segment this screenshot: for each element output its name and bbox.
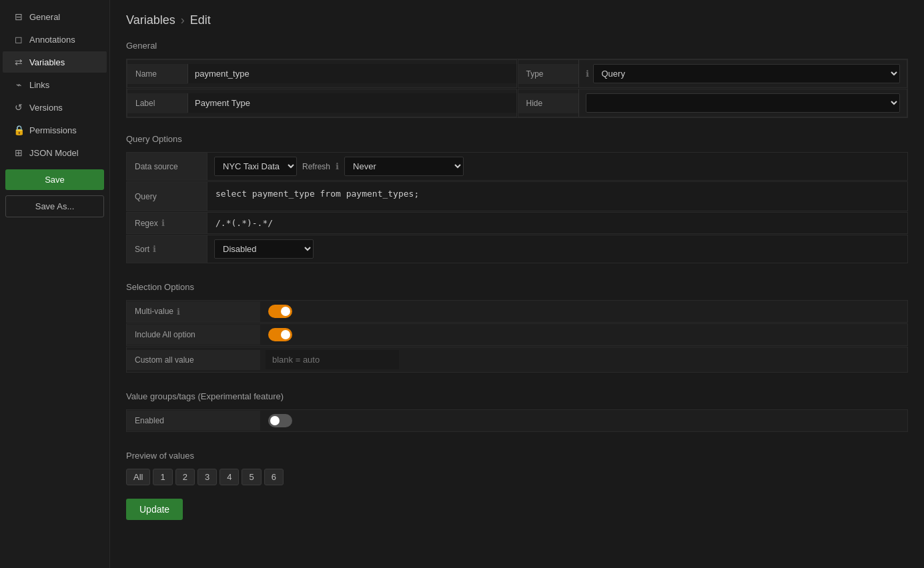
label-label: Label (127, 93, 187, 113)
type-label: Type (518, 64, 578, 84)
multi-value-label: Multi-value ℹ (127, 301, 260, 322)
value-groups-section: Value groups/tags (Experimental feature)… (126, 391, 908, 432)
sidebar-item-label: Versions (29, 103, 63, 113)
preview-badge[interactable]: 2 (175, 469, 195, 485)
variables-icon: ⇄ (13, 57, 24, 67)
datasource-label: Data source (127, 153, 207, 180)
general-section: General Name Type ℹ Query Custom Constan… (126, 41, 908, 118)
preview-badge[interactable]: 5 (242, 469, 261, 485)
links-icon: ⌁ (13, 79, 24, 90)
query-textarea[interactable]: select payment_type from payment_types; (207, 182, 907, 209)
enabled-toggle-wrap[interactable] (260, 410, 300, 431)
multi-value-row: Multi-value ℹ (126, 300, 908, 323)
query-row: Query select payment_type from payment_t… (126, 181, 908, 211)
include-all-toggle-wrap[interactable] (260, 324, 300, 345)
enabled-row: Enabled (126, 409, 908, 432)
refresh-info-icon: ℹ (336, 161, 339, 171)
breadcrumb: Variables › Edit (126, 13, 908, 27)
sort-label: Sort ℹ (127, 235, 207, 263)
refresh-label: Refresh (302, 162, 330, 171)
custom-all-label: Custom all value (127, 350, 260, 370)
include-all-row: Include All option (126, 323, 908, 346)
query-options-title: Query Options (126, 134, 908, 144)
sidebar-item-variables[interactable]: ⇄ Variables (3, 51, 107, 73)
sidebar-item-versions[interactable]: ↺ Versions (3, 97, 107, 118)
name-label: Name (127, 64, 187, 84)
sidebar-item-label: Variables (29, 57, 65, 67)
sidebar-item-label: General (29, 12, 60, 22)
preview-title: Preview of values (126, 451, 908, 461)
preview-badge[interactable]: 6 (264, 469, 284, 485)
update-button[interactable]: Update (126, 499, 183, 520)
regex-info-icon: ℹ (161, 218, 165, 228)
custom-all-input[interactable] (266, 350, 399, 369)
include-all-label: Include All option (127, 325, 260, 345)
general-icon: ⊟ (13, 11, 24, 22)
sidebar-item-label: Links (29, 80, 49, 90)
sidebar-item-label: Permissions (29, 125, 77, 135)
breadcrumb-separator: › (181, 13, 185, 27)
enabled-toggle[interactable] (268, 414, 292, 427)
regex-input[interactable] (207, 213, 907, 233)
multi-value-toggle-wrap[interactable] (260, 301, 300, 322)
regex-row: Regex ℹ (126, 212, 908, 234)
preview-badge[interactable]: 3 (197, 469, 217, 485)
sidebar-item-json-model[interactable]: ⊞ JSON Model (3, 142, 107, 163)
type-row: Type ℹ Query Custom Constant (518, 59, 908, 88)
sidebar-item-annotations[interactable]: ◻ Annotations (3, 29, 107, 50)
type-select[interactable]: Query Custom Constant (593, 64, 901, 83)
preview-badges: All123456 (126, 469, 908, 485)
selection-options-title: Selection Options (126, 282, 908, 292)
sidebar-item-label: Annotations (29, 35, 75, 45)
save-as-button[interactable]: Save As... (5, 195, 104, 217)
enabled-label: Enabled (127, 411, 260, 431)
selection-options-section: Selection Options Multi-value ℹ Include … (126, 282, 908, 373)
include-all-toggle[interactable] (268, 328, 292, 341)
versions-icon: ↺ (13, 102, 24, 113)
sidebar: ⊟ General ◻ Annotations ⇄ Variables ⌁ Li… (0, 0, 110, 568)
save-button[interactable]: Save (5, 169, 104, 190)
refresh-select[interactable]: Never On Dashboard Load On Time Range Ch… (344, 157, 464, 176)
breadcrumb-root[interactable]: Variables (126, 13, 175, 27)
preview-section: Preview of values All123456 (126, 451, 908, 485)
preview-badge[interactable]: All (126, 469, 150, 485)
datasource-row: Data source NYC Taxi Data Prometheus Ref… (126, 152, 908, 181)
preview-badge[interactable]: 4 (219, 469, 239, 485)
multi-value-info-icon: ℹ (177, 307, 180, 317)
annotations-icon: ◻ (13, 34, 24, 45)
name-row: Name (127, 59, 517, 88)
sort-select[interactable]: Disabled Alphabetical (asc) Alphabetical… (214, 239, 314, 259)
value-groups-title: Value groups/tags (Experimental feature) (126, 391, 908, 401)
hide-select[interactable]: Label Variable (586, 93, 901, 113)
general-section-title: General (126, 41, 908, 51)
breadcrumb-current: Edit (190, 13, 211, 27)
sidebar-item-label: JSON Model (29, 148, 79, 158)
sort-row: Sort ℹ Disabled Alphabetical (asc) Alpha… (126, 235, 908, 263)
name-input[interactable] (187, 64, 516, 83)
custom-all-row: Custom all value (126, 347, 908, 373)
type-info-icon: ℹ (586, 69, 589, 79)
hide-row: Hide Label Variable (518, 89, 908, 117)
preview-badge[interactable]: 1 (153, 469, 172, 485)
sidebar-item-permissions[interactable]: 🔒 Permissions (3, 119, 107, 141)
sort-info-icon: ℹ (153, 244, 156, 254)
regex-label: Regex ℹ (127, 213, 207, 233)
json-model-icon: ⊞ (13, 147, 24, 158)
multi-value-toggle[interactable] (268, 305, 292, 318)
sidebar-item-links[interactable]: ⌁ Links (3, 74, 107, 95)
hide-label: Hide (518, 93, 578, 113)
label-input[interactable] (187, 93, 516, 113)
sidebar-item-general[interactable]: ⊟ General (3, 6, 107, 27)
query-label-text: Query (127, 182, 207, 211)
datasource-select[interactable]: NYC Taxi Data Prometheus (214, 157, 297, 176)
main-content: Variables › Edit General Name Type ℹ Que… (110, 0, 924, 568)
label-row: Label (127, 89, 517, 117)
query-options-section: Query Options Data source NYC Taxi Data … (126, 134, 908, 263)
permissions-icon: 🔒 (13, 125, 24, 135)
